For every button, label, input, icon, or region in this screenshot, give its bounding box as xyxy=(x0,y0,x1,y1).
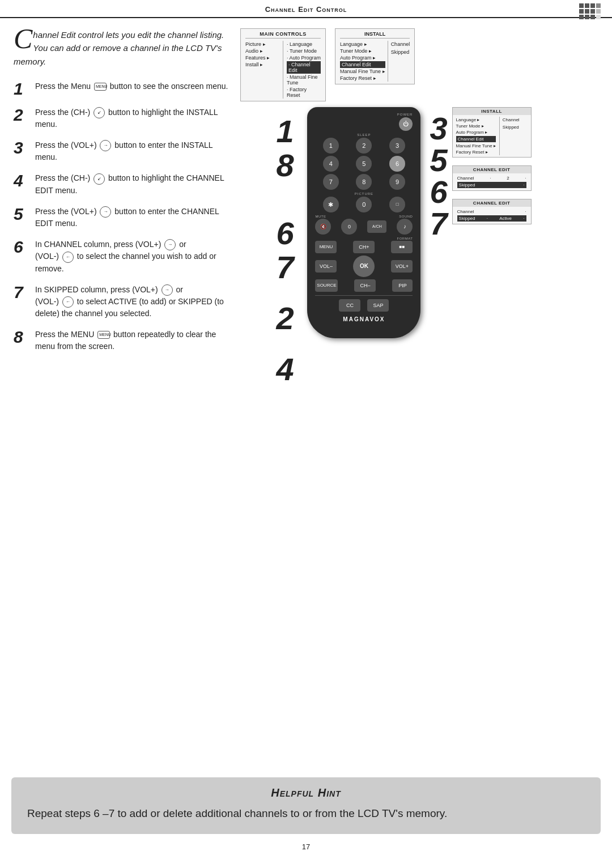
intro-text: C hannel Edit control lets you edit the … xyxy=(14,28,235,68)
cc-button[interactable]: CC xyxy=(339,299,360,312)
install-language: Language ▸ xyxy=(340,41,385,48)
step-8-content: Press the MENU MENU button repeatedly to… xyxy=(35,329,235,352)
source-button[interactable]: SOURCE xyxy=(315,279,338,292)
step-6: 6 In CHANNEL column, press (VOL+) → or (… xyxy=(14,239,235,275)
install-channeledit: Channel Edit xyxy=(340,61,385,68)
channel-edit-panels: Install Language ▸ Tuner Mode ▸ Auto Pro… xyxy=(452,107,532,224)
main-menu-item-install: Install ▸ xyxy=(245,61,279,68)
channel-edit-panel-1: Channel Edit Channel·2· Skipped· xyxy=(452,165,532,191)
vol-minus-icon-7: ← xyxy=(62,296,74,308)
remote-brand: MAGNAVOX xyxy=(315,316,413,322)
ok-button[interactable]: OK xyxy=(353,256,375,277)
install-side-panel: Install Language ▸ Tuner Mode ▸ Auto Pro… xyxy=(452,107,532,158)
inst-panel-factory: Factory Reset ▸ xyxy=(456,149,496,155)
btn-7[interactable]: 7 xyxy=(323,174,339,190)
btn-0-mid[interactable]: 0 xyxy=(341,219,357,235)
step-number-6: 6 xyxy=(14,239,35,256)
ce-panel1-skipped: Skipped· xyxy=(457,182,526,188)
menu-button-icon-8: MENU xyxy=(97,331,110,339)
big-num-2: 2 xyxy=(276,300,294,337)
remote-control: POWER ⏻ SLEEP 1 2 3 4 5 6 7 8 9 xyxy=(307,107,420,338)
ch-minus-button[interactable]: CH– xyxy=(354,279,376,292)
main-menu-item-audio: Audio ▸ xyxy=(245,48,279,54)
main-sub-channeledit: · Channel Edit xyxy=(287,61,321,74)
vol-plus-button[interactable]: VOL+ xyxy=(391,260,413,273)
vol-plus-icon-7: → xyxy=(162,284,173,296)
install-factoryreset: Factory Reset ▸ xyxy=(340,75,385,82)
step-4-content: Press the (CH-) ↙ button to highlight th… xyxy=(35,172,235,196)
btn-2[interactable]: 2 xyxy=(356,138,372,154)
vol-minus-button[interactable]: VOL– xyxy=(315,260,337,273)
numpad: 1 2 3 4 5 6 7 8 9 xyxy=(315,138,413,190)
hint-text: Repeat steps 6 –7 to add or delete addit… xyxy=(27,805,585,822)
step-7: 7 In SKIPPED column, press (VOL+) → or (… xyxy=(14,284,235,320)
main-sub-manualfine: · Manual Fine Tune xyxy=(287,74,321,86)
step-4: 4 Press the (CH-) ↙ button to highlight … xyxy=(14,172,235,196)
ch-plus-button[interactable]: CH+ xyxy=(353,241,375,253)
step-number-7: 7 xyxy=(14,284,35,301)
main-controls-menu: Main Controls Picture ▸ Audio ▸ Features… xyxy=(240,28,326,101)
btn-ch-up[interactable]: □ xyxy=(389,197,405,212)
install-menu-title: Install xyxy=(340,31,410,39)
helpful-hint-box: Helpful Hint Repeat steps 6 –7 to add or… xyxy=(11,777,601,834)
hint-title: Helpful Hint xyxy=(27,786,585,799)
menu-button-icon-1: MENU xyxy=(94,83,107,91)
channel-edit-panel-2: Channel Edit Channel· Skipped·Active· xyxy=(452,199,532,224)
vol-plus-icon-6: → xyxy=(164,239,176,250)
pip-button[interactable]: PIP xyxy=(392,279,413,292)
bottom-numpad: ✱ 0 □ xyxy=(315,197,413,212)
btn-0[interactable]: 0 xyxy=(356,197,372,212)
btn-5[interactable]: 5 xyxy=(356,156,372,172)
cc-sap-row: CC SAP xyxy=(315,299,413,312)
btn-6[interactable]: 6 xyxy=(389,156,405,172)
format-button[interactable]: ■■ xyxy=(391,241,413,253)
sound-button[interactable]: ♪ xyxy=(397,219,413,235)
big-num-7: 7 xyxy=(276,249,294,286)
main-sub-tuner: · Tuner Mode xyxy=(287,48,321,54)
step-3-content: Press the (VOL+) → button to enter the I… xyxy=(35,139,235,163)
btn-1[interactable]: 1 xyxy=(323,138,339,154)
step-number-3: 3 xyxy=(14,139,35,156)
btn-star[interactable]: ✱ xyxy=(323,197,339,212)
inst-panel-tunermode: Tuner Mode ▸ xyxy=(456,123,496,129)
mute-button[interactable]: 🔇 xyxy=(315,219,331,235)
drop-cap: C xyxy=(14,28,32,50)
step-number-5: 5 xyxy=(14,206,35,223)
main-menu-item-features: Features ▸ xyxy=(245,54,279,61)
step-6-content: In CHANNEL column, press (VOL+) → or (VO… xyxy=(35,239,235,275)
step-number-2: 2 xyxy=(14,107,35,124)
big-num-5: 5 xyxy=(430,144,447,176)
install-autoprog: Auto Program ▸ xyxy=(340,54,385,61)
page-title: Channel Edit Control xyxy=(265,5,347,14)
menu-button[interactable]: MENU xyxy=(315,241,337,253)
avch-button[interactable]: A/CH xyxy=(367,220,386,233)
big-num-3: 3 xyxy=(430,113,447,144)
big-num-6: 6 xyxy=(276,215,294,252)
power-label: POWER xyxy=(315,113,413,116)
big-num-6b: 6 xyxy=(430,176,447,208)
sap-button[interactable]: SAP xyxy=(367,299,389,312)
big-num-7b: 7 xyxy=(430,208,447,240)
right-column: Main Controls Picture ▸ Audio ▸ Features… xyxy=(240,28,598,361)
power-button[interactable]: ⏻ xyxy=(399,117,413,131)
inst-panel-manualfine: Manual Fine Tune ▸ xyxy=(456,143,496,149)
menu-ch-format-row: MENU CH+ ■■ xyxy=(315,241,413,253)
btn-9[interactable]: 9 xyxy=(389,174,405,190)
step-8: 8 Press the MENU MENU button repeatedly … xyxy=(14,329,235,352)
main-menu-title: Main Controls xyxy=(245,31,321,39)
format-label: FORMAT xyxy=(315,237,413,240)
inst-panel-sub-skipped: Skipped xyxy=(503,124,520,130)
step-number-4: 4 xyxy=(14,172,35,189)
step-1-content: Press the Menu MENU button to see the on… xyxy=(35,80,228,92)
install-menu-panel: Install Language ▸ Tuner Mode ▸ Auto Pro… xyxy=(335,28,415,84)
big-num-1: 1 xyxy=(276,113,294,150)
btn-3[interactable]: 3 xyxy=(389,138,405,154)
btn-8[interactable]: 8 xyxy=(356,174,372,190)
main-sub-autoprog: · Auto Program xyxy=(287,54,321,61)
big-num-4: 4 xyxy=(276,351,294,388)
step-3: 3 Press the (VOL+) → button to enter the… xyxy=(14,139,235,163)
btn-4[interactable]: 4 xyxy=(323,156,339,172)
inst-panel-channeledit: Channel Edit xyxy=(456,136,496,142)
vol-plus-icon-3: → xyxy=(100,140,111,151)
right-side-panels: 3 5 6 7 Install Language ▸ xyxy=(430,107,531,240)
